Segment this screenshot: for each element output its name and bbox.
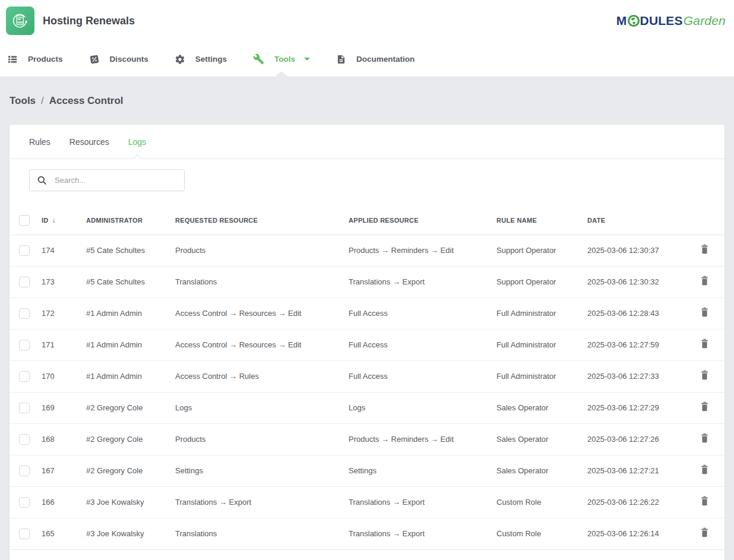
trash-icon[interactable] [700,496,709,506]
column-header-rule-name[interactable]: RULE NAME [496,205,587,235]
brand-text-m: M [616,14,627,28]
cell-requested-resource: Settings [175,455,349,487]
trash-icon[interactable] [700,401,709,412]
row-checkbox[interactable] [19,434,30,445]
column-header-id[interactable]: ID↓ [42,205,86,235]
brand-text-garden: Garden [684,14,726,28]
tab-rules[interactable]: Rules [29,125,50,159]
cell-administrator: #5 Cate Schultes [86,267,175,298]
cell-administrator: #3 Joe Kowalsky [86,487,175,518]
cell-applied-resource: Translations → Export [349,518,496,550]
row-checkbox[interactable] [19,340,30,350]
row-checkbox[interactable] [19,371,30,382]
nav-item-tools[interactable]: Tools [240,42,323,77]
row-checkbox[interactable] [19,277,30,287]
sort-desc-icon[interactable]: ↓ [52,216,56,224]
trash-icon[interactable] [700,464,709,474]
cell-id: 165 [42,518,86,550]
cell-rule-name: Sales Operator [496,424,587,455]
search-input[interactable] [53,175,177,185]
cell-administrator: #1 Admin Admin [86,298,175,330]
cell-administrator: #1 Admin Admin [86,330,175,361]
cell-rule-name: Sales Operator [496,455,587,487]
trash-icon[interactable] [700,244,709,254]
cell-date: 2025-03-06 12:27:33 [587,361,670,393]
cell-id: 169 [42,393,86,424]
breadcrumb-separator: / [41,95,44,107]
cell-requested-resource: Access Control → Rules [175,361,349,393]
chevron-down-icon [304,58,310,61]
cell-id: 172 [42,298,86,330]
nav-item-label: Products [28,55,63,64]
column-header-requested-resource[interactable]: REQUESTED RESOURCE [175,205,349,235]
cell-date: 2025-03-06 12:26:22 [587,487,670,518]
row-checkbox[interactable] [19,497,30,508]
globe-icon [627,14,640,27]
tab-resources[interactable]: Resources [69,125,109,159]
cell-date: 2025-03-06 12:27:59 [587,330,670,361]
row-checkbox[interactable] [19,403,30,413]
column-header-date[interactable]: DATE [587,205,670,235]
cell-id: 170 [42,361,86,393]
nav-item-discounts[interactable]: Discounts [76,42,162,77]
cell-applied-resource: Full Access [349,330,496,361]
cell-id: 171 [42,330,86,361]
cell-applied-resource: Settings [349,455,496,487]
nav-item-settings[interactable]: Settings [162,42,240,77]
trash-icon[interactable] [700,370,709,380]
cell-rule-name: Custom Role [496,518,587,550]
pagination: 123...18 5102050100∞ [10,549,724,560]
access-control-panel: RulesResourcesLogs ID↓ ADMINISTRATOR REQ… [10,125,724,560]
column-header-administrator[interactable]: ADMINISTRATOR [86,205,175,235]
search-icon [37,175,47,185]
cell-administrator: #2 Gregory Cole [86,393,175,424]
cell-requested-resource: Translations [175,518,349,550]
logs-table: ID↓ ADMINISTRATOR REQUESTED RESOURCE APP… [10,205,724,549]
cell-id: 173 [42,267,86,298]
cell-date: 2025-03-06 12:26:14 [587,518,670,550]
nav-item-label: Tools [274,55,295,64]
table-row: 168 #2 Gregory Cole Products Products → … [10,424,724,455]
trash-icon[interactable] [700,433,709,443]
cell-date: 2025-03-06 12:28:43 [587,298,670,330]
row-checkbox[interactable] [19,245,30,256]
table-row: 170 #1 Admin Admin Access Control → Rule… [10,361,724,393]
nav-item-label: Documentation [356,55,415,64]
table-row: 172 #1 Admin Admin Access Control → Reso… [10,298,724,330]
trash-icon[interactable] [700,527,709,537]
cell-rule-name: Full Administrator [496,330,587,361]
tab-logs[interactable]: Logs [128,125,146,159]
nav-item-label: Settings [195,55,227,64]
cell-rule-name: Full Administrator [496,361,587,393]
trash-icon[interactable] [700,338,709,349]
tab-bar: RulesResourcesLogs [10,125,724,159]
cell-administrator: #2 Gregory Cole [86,455,175,487]
trash-icon[interactable] [700,276,709,286]
modulesgarden-logo: M DULES Garden [616,14,726,28]
cell-id: 168 [42,424,86,455]
cell-id: 174 [42,235,86,267]
table-row: 166 #3 Joe Kowalsky Translations → Expor… [10,487,724,518]
cell-date: 2025-03-06 12:27:26 [587,424,670,455]
column-header-applied-resource[interactable]: APPLIED RESOURCE [349,205,496,235]
table-row: 165 #3 Joe Kowalsky Translations Transla… [10,518,724,550]
cell-applied-resource: Translations → Export [349,487,496,518]
document-icon [336,54,346,65]
row-checkbox[interactable] [19,466,30,476]
nav-item-label: Discounts [110,55,148,64]
cell-rule-name: Support Operator [496,267,587,298]
row-checkbox[interactable] [19,529,30,539]
cell-applied-resource: Products → Reminders → Edit [349,235,496,267]
breadcrumb: Tools / Access Control [0,77,734,125]
cell-date: 2025-03-06 12:30:32 [587,267,670,298]
nav-item-products[interactable]: Products [0,42,76,77]
nav-item-documentation[interactable]: Documentation [323,42,428,77]
row-checkbox[interactable] [19,308,30,319]
cell-requested-resource: Products [175,235,349,267]
select-all-checkbox[interactable] [19,215,30,226]
cell-rule-name: Sales Operator [496,393,587,424]
breadcrumb-section[interactable]: Tools [10,95,36,107]
table-row: 174 #5 Cate Schultes Products Products →… [10,235,724,267]
trash-icon[interactable] [700,307,709,317]
cell-requested-resource: Access Control → Resources → Edit [175,298,349,330]
